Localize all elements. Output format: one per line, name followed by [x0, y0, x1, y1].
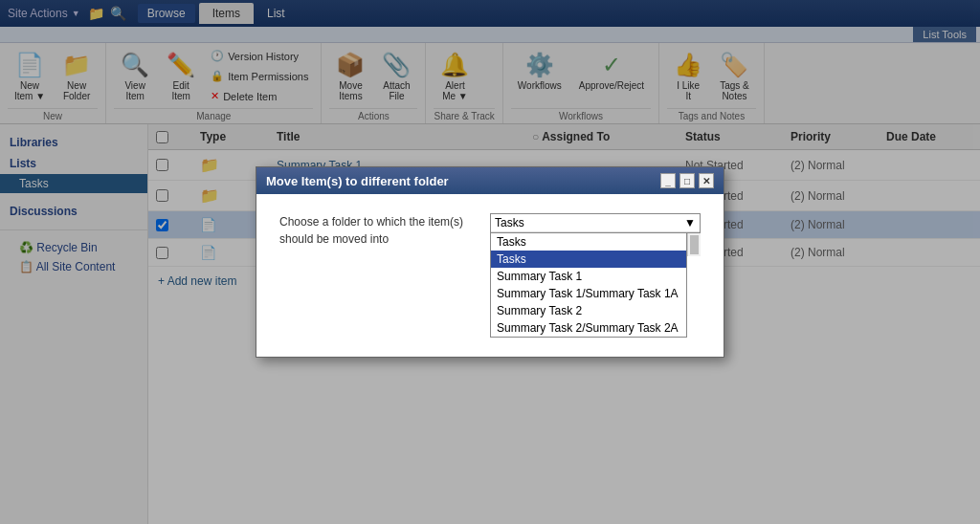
dropdown-arrow-icon: ▼: [684, 216, 696, 229]
dropdown-option-summary-task-2[interactable]: Summary Task 2: [491, 302, 686, 319]
modal-right-panel: Tasks ▼ Tasks Tasks Summary Task 1 Summa…: [490, 213, 701, 338]
modal-title-buttons: _ □ ✕: [660, 173, 714, 188]
dropdown-option-tasks[interactable]: Tasks: [491, 233, 686, 251]
move-items-modal: Move Item(s) to different folder _ □ ✕ C…: [256, 166, 724, 358]
folder-dropdown-value: Tasks: [495, 216, 524, 229]
folder-dropdown-display: Tasks ▼: [490, 213, 701, 233]
dropdown-scrollbar[interactable]: [687, 233, 701, 256]
modal-close-button[interactable]: ✕: [699, 173, 714, 188]
dropdown-option-summary-task-1[interactable]: Summary Task 1: [491, 268, 686, 285]
dropdown-option-summary-task-2a[interactable]: Summary Task 2/Summary Task 2A: [491, 319, 686, 337]
modal-minimize-button[interactable]: _: [660, 173, 676, 188]
folder-dropdown-list: Tasks Tasks Summary Task 1 Summary Task …: [490, 233, 687, 338]
modal-instruction-label: Choose a folder to which the item(s) sho…: [279, 213, 471, 248]
folder-dropdown-header[interactable]: Tasks ▼: [491, 214, 700, 232]
dropdown-option-tasks-active[interactable]: Tasks: [491, 251, 686, 268]
scrollbar-thumb[interactable]: [690, 235, 699, 254]
modal-overlay: Move Item(s) to different folder _ □ ✕ C…: [0, 0, 980, 524]
folder-dropdown-list-container: Tasks Tasks Summary Task 1 Summary Task …: [490, 233, 701, 338]
modal-restore-button[interactable]: □: [679, 173, 695, 188]
modal-title: Move Item(s) to different folder: [266, 174, 449, 188]
dropdown-option-summary-task-1a[interactable]: Summary Task 1/Summary Task 1A: [491, 285, 686, 302]
modal-content: Choose a folder to which the item(s) sho…: [256, 194, 724, 357]
modal-titlebar: Move Item(s) to different folder _ □ ✕: [256, 167, 724, 194]
